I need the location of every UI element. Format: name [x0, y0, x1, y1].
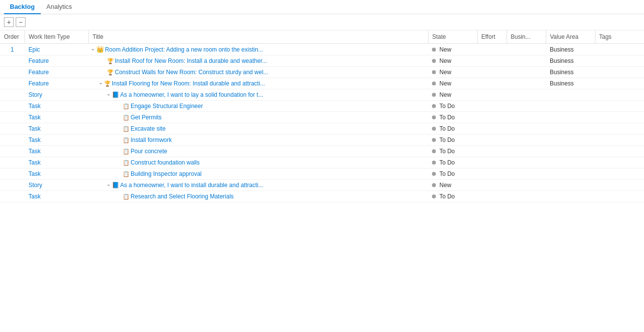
- title-text[interactable]: Install formwork: [131, 137, 172, 143]
- tab-analytics[interactable]: Analytics: [41, 0, 78, 14]
- state-label: To Do: [439, 103, 455, 110]
- table-row[interactable]: 1Epic › 👑 Room Addition Project: Adding …: [0, 44, 644, 55]
- cell-effort: [477, 168, 507, 180]
- table-row[interactable]: Story › 📘 As a homeowner, I want to inst…: [0, 180, 644, 191]
- cell-business: [507, 180, 546, 191]
- cell-title[interactable]: 📋 Get Permits: [88, 112, 428, 123]
- title-text[interactable]: Get Permits: [131, 114, 161, 121]
- table-row[interactable]: Task 📋 Research and Select Flooring Mate…: [0, 191, 644, 202]
- cell-order: [0, 78, 25, 89]
- cell-tags: [595, 157, 644, 168]
- task-icon: 📋: [123, 114, 130, 121]
- state-label: To Do: [439, 125, 455, 132]
- col-header-order: Order: [0, 30, 25, 44]
- cell-title[interactable]: 📋 Pour concrete: [88, 146, 428, 157]
- table-row[interactable]: Feature 🏆 Construct Walls for New Room: …: [0, 67, 644, 78]
- backlog-table: Order Work Item Type Title State Effort …: [0, 30, 644, 202]
- table-row[interactable]: Task 📋 Install formwork To Do: [0, 135, 644, 146]
- title-text[interactable]: Install Flooring for New Room: Install d…: [112, 80, 265, 87]
- cell-title[interactable]: › 📘 As a homeowner, I want to lay a soli…: [88, 89, 428, 101]
- cell-business: [507, 78, 546, 89]
- cell-effort: [477, 101, 507, 112]
- cell-title[interactable]: › 🏆 Install Flooring for New Room: Insta…: [88, 78, 428, 89]
- title-text[interactable]: Engage Structural Engineer: [131, 103, 203, 110]
- table-row[interactable]: Task 📋 Construct foundation walls To Do: [0, 157, 644, 168]
- table-row[interactable]: Task 📋 Get Permits To Do: [0, 112, 644, 123]
- table-row[interactable]: Task 📋 Building Inspector approval To Do: [0, 168, 644, 180]
- cell-tags: [595, 78, 644, 89]
- title-text[interactable]: Excavate site: [131, 125, 165, 132]
- cell-tags: [595, 101, 644, 112]
- chevron-icon[interactable]: ›: [106, 184, 112, 186]
- cell-business: [507, 135, 546, 146]
- state-label: New: [439, 182, 451, 189]
- chevron-icon[interactable]: ›: [90, 49, 96, 51]
- cell-order: [0, 157, 25, 168]
- table-row[interactable]: Story › 📘 As a homeowner, I want to lay …: [0, 89, 644, 101]
- state-dot: [432, 70, 436, 74]
- cell-effort: [477, 146, 507, 157]
- cell-type: Epic: [25, 44, 88, 55]
- remove-button[interactable]: −: [16, 17, 26, 27]
- state-dot: [432, 48, 436, 52]
- table-row[interactable]: Feature › 🏆 Install Flooring for New Roo…: [0, 78, 644, 89]
- cell-title[interactable]: 📋 Research and Select Flooring Materials: [88, 191, 428, 202]
- cell-tags: [595, 180, 644, 191]
- table-row[interactable]: Feature 🏆 Install Roof for New Room: Ins…: [0, 55, 644, 67]
- state-dot: [432, 172, 436, 176]
- cell-business: [507, 191, 546, 202]
- title-text[interactable]: As a homeowner, I want to lay a solid fo…: [120, 91, 264, 98]
- col-header-value-area: Value Area: [546, 30, 595, 44]
- cell-state: To Do: [428, 123, 477, 135]
- cell-title[interactable]: › 📘 As a homeowner, I want to install du…: [88, 180, 428, 191]
- cell-effort: [477, 78, 507, 89]
- cell-title[interactable]: › 👑 Room Addition Project: Adding a new …: [88, 44, 428, 55]
- state-label: To Do: [439, 148, 455, 155]
- col-header-type: Work Item Type: [25, 30, 88, 44]
- chevron-icon[interactable]: ›: [98, 83, 104, 84]
- title-text[interactable]: Install Roof for New Room: Install a dur…: [115, 57, 267, 64]
- cell-title[interactable]: 🏆 Construct Walls for New Room: Construc…: [88, 67, 428, 78]
- state-label: New: [439, 46, 451, 53]
- title-text[interactable]: Pour concrete: [131, 148, 167, 155]
- cell-business: [507, 146, 546, 157]
- title-text[interactable]: Construct Walls for New Room: Construct …: [115, 69, 268, 76]
- cell-tags: [595, 135, 644, 146]
- cell-type: Story: [25, 180, 88, 191]
- cell-business: [507, 55, 546, 67]
- table-row[interactable]: Task 📋 Pour concrete To Do: [0, 146, 644, 157]
- cell-tags: [595, 146, 644, 157]
- cell-type: Task: [25, 112, 88, 123]
- title-text[interactable]: Construct foundation walls: [131, 159, 200, 166]
- cell-type: Task: [25, 191, 88, 202]
- table-row[interactable]: Task 📋 Excavate site To Do: [0, 123, 644, 135]
- cell-title[interactable]: 📋 Construct foundation walls: [88, 157, 428, 168]
- cell-title[interactable]: 📋 Engage Structural Engineer: [88, 101, 428, 112]
- cell-value-area: Business: [546, 78, 595, 89]
- cell-title[interactable]: 📋 Building Inspector approval: [88, 168, 428, 180]
- title-text[interactable]: Research and Select Flooring Materials: [131, 193, 234, 200]
- cell-title[interactable]: 📋 Excavate site: [88, 123, 428, 135]
- state-dot: [432, 194, 436, 198]
- cell-order: [0, 123, 25, 135]
- add-button[interactable]: +: [4, 17, 14, 27]
- title-text[interactable]: As a homeowner, I want to install durabl…: [120, 182, 264, 189]
- cell-tags: [595, 55, 644, 67]
- state-dot: [432, 127, 436, 131]
- state-dot: [432, 59, 436, 63]
- title-text[interactable]: Room Addition Project: Adding a new room…: [105, 46, 263, 53]
- title-text[interactable]: Building Inspector approval: [131, 170, 202, 177]
- cell-tags: [595, 168, 644, 180]
- chevron-icon[interactable]: ›: [106, 94, 112, 96]
- table-row[interactable]: Task 📋 Engage Structural Engineer To Do: [0, 101, 644, 112]
- cell-state: To Do: [428, 112, 477, 123]
- crown-icon: 👑: [96, 46, 104, 53]
- cell-title[interactable]: 🏆 Install Roof for New Room: Install a d…: [88, 55, 428, 67]
- cell-effort: [477, 67, 507, 78]
- cell-state: To Do: [428, 157, 477, 168]
- tab-backlog[interactable]: Backlog: [4, 0, 41, 14]
- cell-value-area: [546, 180, 595, 191]
- cell-business: [507, 112, 546, 123]
- cell-title[interactable]: 📋 Install formwork: [88, 135, 428, 146]
- task-icon: 📋: [123, 148, 130, 155]
